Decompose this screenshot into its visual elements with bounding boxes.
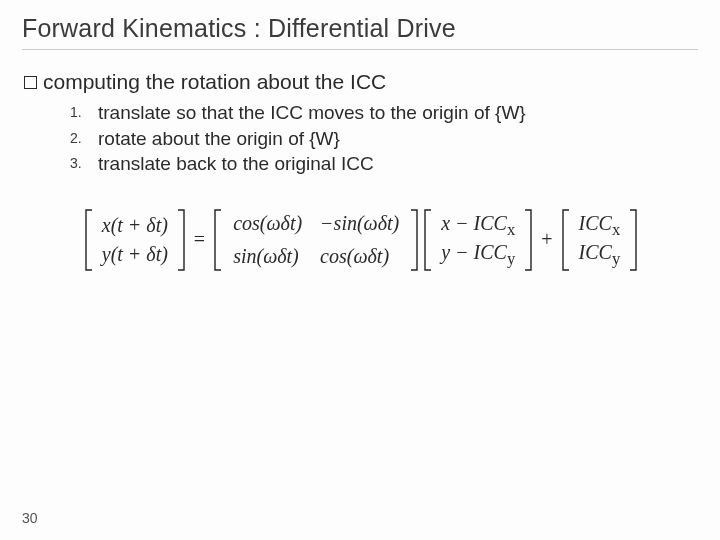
rot-r2c1: sin(ωδt) xyxy=(233,245,302,268)
right-bracket-icon xyxy=(628,209,638,271)
icc-vector: ICCx ICCy xyxy=(575,211,625,269)
icc-row1: ICCx xyxy=(579,212,621,239)
right-bracket-icon xyxy=(523,209,533,271)
vec-row1: x − ICCx xyxy=(441,212,515,239)
step-item: translate back to the original ICC xyxy=(70,151,698,177)
offset-vector: x − ICCx y − ICCy xyxy=(437,211,519,269)
page-number: 30 xyxy=(22,510,38,526)
step-item: translate so that the ICC moves to the o… xyxy=(70,100,698,126)
vec-row2: y − ICCy xyxy=(441,241,515,268)
left-bracket-icon xyxy=(561,209,571,271)
rotation-matrix: cos(ωδt) −sin(ωδt) sin(ωδt) cos(ωδt) xyxy=(227,211,405,269)
left-bracket-icon xyxy=(423,209,433,271)
rot-r1c2: −sin(ωδt) xyxy=(320,212,399,235)
equals-sign: = xyxy=(190,228,209,251)
ordered-steps: translate so that the ICC moves to the o… xyxy=(70,100,698,177)
bullet-text: computing the rotation about the ICC xyxy=(43,70,386,94)
kinematics-equation: x(t + δt) y(t + δt) = cos(ωδt) −sin(ωδt)… xyxy=(24,209,698,271)
left-bracket-icon xyxy=(84,209,94,271)
square-bullet-icon xyxy=(24,76,37,89)
bullet-item: computing the rotation about the ICC xyxy=(24,70,698,94)
slide-body: computing the rotation about the ICC tra… xyxy=(24,70,698,271)
left-bracket-icon xyxy=(213,209,223,271)
lhs-row2: y(t + δt) xyxy=(102,243,168,265)
icc-row2: ICCy xyxy=(579,241,621,268)
plus-sign: + xyxy=(537,228,556,251)
slide-title: Forward Kinematics : Differential Drive xyxy=(22,14,698,50)
step-item: rotate about the origin of {W} xyxy=(70,126,698,152)
right-bracket-icon xyxy=(409,209,419,271)
lhs-vector: x(t + δt) y(t + δt) xyxy=(98,211,172,269)
right-bracket-icon xyxy=(176,209,186,271)
lhs-row1: x(t + δt) xyxy=(102,214,168,236)
rot-r1c1: cos(ωδt) xyxy=(233,212,302,235)
rot-r2c2: cos(ωδt) xyxy=(320,245,399,268)
